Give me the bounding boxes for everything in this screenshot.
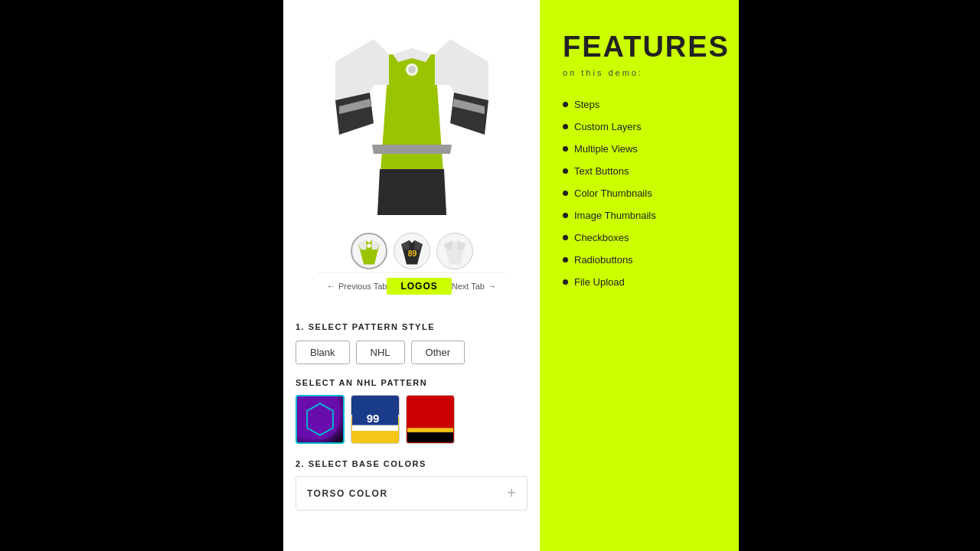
configurator-panel: 89 Previous Tab LOGOS Next Tab <box>283 0 540 551</box>
svg-text:99: 99 <box>367 412 380 425</box>
nhl-pattern-list: 99 <box>296 395 528 444</box>
nhl-button[interactable]: NHL <box>356 341 405 364</box>
bullet-icon <box>563 279 568 285</box>
tab-navigation: Previous Tab LOGOS Next Tab <box>318 272 505 299</box>
nhl-pattern-2[interactable]: 99 <box>351 395 400 444</box>
next-arrow-icon <box>488 282 496 291</box>
feature-label-file-upload: File Upload <box>574 276 625 288</box>
expand-torso-icon: + <box>507 484 516 502</box>
nhl-pattern-3[interactable] <box>406 395 455 444</box>
jersey-main-image <box>312 12 511 227</box>
bullet-icon <box>563 168 568 174</box>
current-tab-label: LOGOS <box>387 278 451 295</box>
prev-tab-button[interactable]: Previous Tab <box>327 282 387 291</box>
bullet-icon <box>563 146 568 152</box>
svg-rect-11 <box>407 432 453 442</box>
svg-point-2 <box>367 243 371 247</box>
torso-color-row[interactable]: TORSO COLOR + <box>296 476 528 510</box>
feature-item-color-thumbnails: Color Thumbnails <box>563 187 716 199</box>
jersey-thumb-back[interactable] <box>436 233 473 269</box>
svg-point-4 <box>300 399 341 440</box>
feature-label-multiple-views: Multiple Views <box>574 143 638 155</box>
svg-rect-10 <box>407 428 453 432</box>
bullet-icon <box>563 102 568 107</box>
feature-item-file-upload: File Upload <box>563 276 716 288</box>
blank-button[interactable]: Blank <box>296 341 350 364</box>
bullet-icon <box>563 213 568 218</box>
jersey-svg <box>328 16 496 223</box>
svg-rect-7 <box>352 431 398 442</box>
left-black-panel <box>0 0 283 551</box>
right-black-panel <box>739 0 980 551</box>
feature-label-steps: Steps <box>574 99 599 110</box>
nhl-pattern-1[interactable] <box>296 395 345 444</box>
features-heading: FEATURES <box>563 31 716 64</box>
svg-rect-6 <box>352 425 398 432</box>
bullet-icon <box>563 124 568 129</box>
feature-label-custom-layers: Custom Layers <box>574 121 641 132</box>
svg-point-1 <box>408 66 416 73</box>
feature-item-checkboxes: Checkboxes <box>563 232 716 243</box>
next-tab-label: Next Tab <box>452 282 485 291</box>
features-panel: FEATURES on this demo: Steps Custom Laye… <box>540 0 739 551</box>
next-tab-button[interactable]: Next Tab <box>452 282 496 291</box>
feature-item-steps: Steps <box>563 99 716 110</box>
feature-item-image-thumbnails: Image Thumbnails <box>563 210 716 221</box>
features-subtitle: on this demo: <box>563 68 716 77</box>
feature-item-text-buttons: Text Buttons <box>563 165 716 177</box>
jersey-thumb-front[interactable] <box>351 233 387 269</box>
jersey-thumbnail-row: 89 <box>351 233 473 269</box>
svg-text:89: 89 <box>407 249 416 258</box>
bullet-icon <box>563 257 568 262</box>
jersey-preview: 89 Previous Tab LOGOS Next Tab <box>283 0 540 311</box>
other-button[interactable]: Other <box>411 341 466 364</box>
feature-label-checkboxes: Checkboxes <box>574 232 629 243</box>
feature-item-multiple-views: Multiple Views <box>563 143 716 155</box>
feature-label-image-thumbnails: Image Thumbnails <box>574 210 656 221</box>
nhl-patterns-title: SELECT AN NHL PATTERN <box>296 378 528 387</box>
bullet-icon <box>563 191 568 196</box>
features-list: Steps Custom Layers Multiple Views Text … <box>563 99 716 288</box>
bullet-icon <box>563 235 568 240</box>
prev-tab-label: Previous Tab <box>338 282 387 291</box>
options-area: 1. SELECT PATTERN STYLE Blank NHL Other … <box>283 311 540 521</box>
feature-label-color-thumbnails: Color Thumbnails <box>574 187 652 199</box>
feature-label-radiobuttons: Radiobuttons <box>574 254 633 266</box>
feature-item-radiobuttons: Radiobuttons <box>563 254 716 266</box>
step1-title: 1. SELECT PATTERN STYLE <box>296 322 528 331</box>
jersey-thumb-number[interactable]: 89 <box>394 233 430 269</box>
pattern-style-buttons: Blank NHL Other <box>296 341 528 364</box>
feature-item-custom-layers: Custom Layers <box>563 121 716 132</box>
torso-color-label: TORSO COLOR <box>307 488 388 499</box>
step2-title: 2. SELECT BASE COLORS <box>296 459 528 468</box>
feature-label-text-buttons: Text Buttons <box>574 165 629 177</box>
prev-arrow-icon <box>327 282 335 291</box>
